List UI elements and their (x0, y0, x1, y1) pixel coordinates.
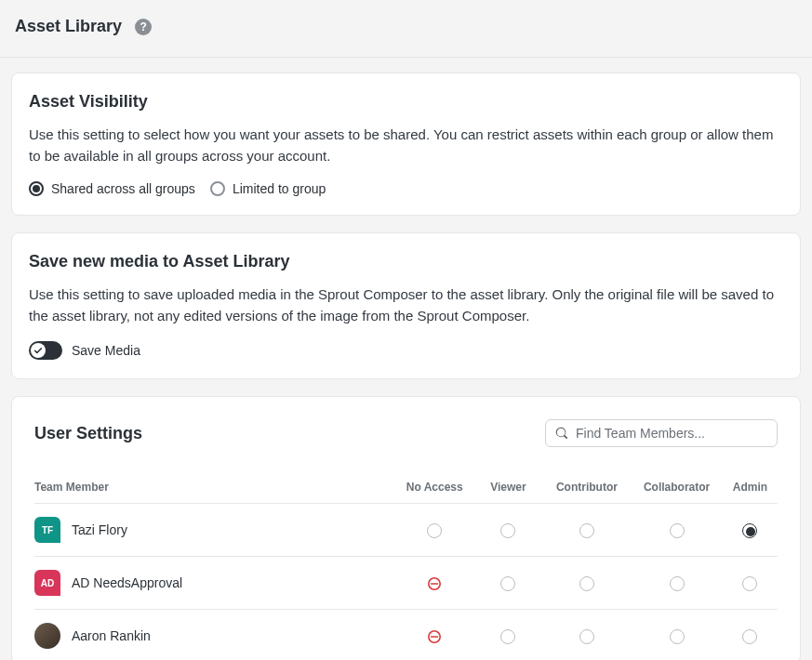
member-name: Aaron Rankin (72, 628, 151, 643)
visibility-option-limited[interactable]: Limited to group (210, 181, 326, 196)
access-radio[interactable] (579, 523, 594, 538)
access-cell-contributor[interactable] (543, 610, 632, 661)
save-media-description: Use this setting to save uploaded media … (29, 284, 783, 326)
access-radio[interactable] (670, 523, 685, 538)
access-cell-collaborator[interactable] (631, 504, 723, 557)
member-cell: Aaron Rankin (34, 623, 395, 649)
help-icon[interactable]: ? (135, 19, 152, 35)
radio-label: Shared across all groups (51, 181, 195, 196)
access-cell-contributor[interactable] (543, 557, 632, 610)
access-cell-noaccess[interactable] (395, 610, 473, 661)
avatar: TF (34, 517, 60, 543)
member-name: Tazi Flory (72, 522, 127, 537)
col-header-member: Team Member (34, 471, 395, 504)
user-settings-title: User Settings (34, 424, 142, 443)
access-radio[interactable] (579, 629, 594, 644)
access-radio[interactable] (670, 629, 685, 644)
save-media-title: Save new media to Asset Library (29, 252, 783, 271)
save-media-card: Save new media to Asset Library Use this… (11, 232, 801, 379)
save-media-toggle-label: Save Media (72, 343, 140, 358)
col-header-viewer: Viewer (473, 471, 542, 504)
member-cell: ADAD NeedsApproval (34, 570, 395, 596)
access-radio[interactable] (500, 576, 515, 591)
user-settings-card: User Settings Team Member No Access View… (11, 396, 801, 660)
access-cell-viewer[interactable] (473, 557, 542, 610)
access-cell-admin[interactable] (723, 504, 778, 557)
no-access-blocked-icon (427, 576, 442, 591)
avatar (34, 623, 60, 649)
radio-label: Limited to group (233, 181, 326, 196)
access-cell-viewer[interactable] (473, 504, 542, 557)
access-radio[interactable] (670, 576, 685, 591)
access-radio[interactable] (579, 576, 594, 591)
search-team-members[interactable] (545, 419, 778, 447)
no-access-blocked-icon (427, 629, 442, 644)
member-name: AD NeedsApproval (72, 575, 182, 590)
asset-visibility-title: Asset Visibility (29, 92, 783, 112)
access-cell-noaccess[interactable] (395, 557, 473, 610)
access-cell-noaccess[interactable] (395, 504, 473, 557)
visibility-radio-group: Shared across all groups Limited to grou… (29, 181, 783, 196)
search-input[interactable] (576, 426, 767, 441)
access-radio[interactable] (742, 576, 757, 591)
access-cell-admin[interactable] (723, 610, 778, 661)
page-title: Asset Library (15, 17, 122, 36)
access-cell-collaborator[interactable] (631, 610, 723, 661)
toggle-knob-check-icon (31, 343, 46, 358)
table-row: TFTazi Flory (34, 504, 778, 557)
access-cell-collaborator[interactable] (631, 557, 723, 610)
asset-visibility-card: Asset Visibility Use this setting to sel… (11, 73, 801, 216)
table-row: Aaron Rankin (34, 610, 778, 661)
user-settings-header: User Settings (34, 419, 778, 447)
access-radio[interactable] (742, 523, 757, 538)
page-header: Asset Library ? (0, 0, 812, 58)
col-header-contributor: Contributor (543, 471, 632, 504)
access-cell-admin[interactable] (723, 557, 778, 610)
access-radio[interactable] (500, 629, 515, 644)
avatar: AD (34, 570, 60, 596)
access-radio[interactable] (742, 629, 757, 644)
access-cell-viewer[interactable] (473, 610, 542, 661)
access-radio[interactable] (427, 523, 442, 538)
content-area: Asset Visibility Use this setting to sel… (0, 58, 812, 660)
access-cell-contributor[interactable] (543, 504, 632, 557)
col-header-admin: Admin (723, 471, 778, 504)
asset-visibility-description: Use this setting to select how you want … (29, 125, 783, 166)
save-media-toggle[interactable] (29, 341, 62, 360)
save-media-toggle-row: Save Media (29, 341, 783, 360)
radio-icon (210, 181, 225, 196)
col-header-collaborator: Collaborator (631, 471, 723, 504)
col-header-noaccess: No Access (395, 471, 473, 504)
radio-icon (29, 181, 44, 196)
member-cell: TFTazi Flory (34, 517, 395, 543)
visibility-option-shared[interactable]: Shared across all groups (29, 181, 195, 196)
search-icon (555, 427, 568, 440)
table-row: ADAD NeedsApproval (34, 557, 778, 610)
access-radio[interactable] (500, 523, 515, 538)
team-members-table: Team Member No Access Viewer Contributor… (34, 471, 778, 660)
